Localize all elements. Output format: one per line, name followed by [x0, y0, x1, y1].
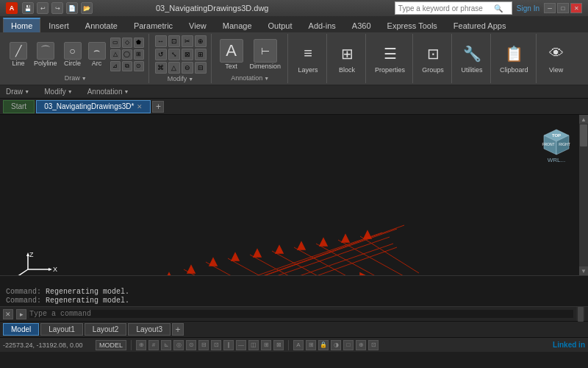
- draw-extra-9[interactable]: ⊙: [134, 61, 144, 71]
- isolate-icon[interactable]: ◑: [331, 340, 341, 350]
- tab-parametric[interactable]: Parametric: [126, 18, 181, 32]
- scroll-up-btn[interactable]: ▲: [579, 115, 588, 124]
- tab-insert[interactable]: Insert: [40, 18, 77, 32]
- modify-11[interactable]: ⊖: [182, 62, 193, 74]
- command-input[interactable]: [29, 310, 573, 318]
- draw-extra-5[interactable]: ◯: [122, 49, 132, 60]
- cmd-scrollbar[interactable]: [576, 307, 585, 321]
- doc-tab-close[interactable]: ✕: [137, 103, 143, 110]
- start-tab[interactable]: Start: [3, 100, 35, 113]
- modify-4[interactable]: ⊕: [195, 35, 207, 47]
- modify-group-label[interactable]: Modify ▼: [168, 75, 193, 82]
- qp-icon[interactable]: ⊞: [261, 340, 271, 350]
- search-input[interactable]: [398, 4, 494, 13]
- qa-new[interactable]: 📄: [66, 2, 78, 14]
- draw-circle-btn[interactable]: ○ Circle: [62, 40, 84, 68]
- tab-manage[interactable]: Manage: [215, 18, 260, 32]
- layout3-tab[interactable]: Layout3: [128, 323, 171, 336]
- lw-icon[interactable]: —: [236, 340, 246, 350]
- dyn-icon[interactable]: ∥: [223, 340, 234, 350]
- tab-featured[interactable]: Featured Apps: [445, 18, 514, 32]
- tab-annotate[interactable]: Annotate: [77, 18, 126, 32]
- document-tab[interactable]: 03_NavigatingDrawings3D* ✕: [36, 100, 151, 113]
- search-bar[interactable]: 🔍: [395, 1, 512, 15]
- block-btn[interactable]: ⊞ Block: [333, 35, 361, 80]
- modify-5[interactable]: ↺: [155, 49, 167, 60]
- tab-addins[interactable]: Add-ins: [301, 18, 344, 32]
- workspace-icon[interactable]: ⊞: [306, 340, 316, 350]
- viewcube[interactable]: TOP FRONT RIGHT WRL...: [537, 121, 576, 160]
- maximize-button[interactable]: □: [557, 3, 569, 13]
- draw-extra-2[interactable]: ◇: [122, 38, 132, 48]
- qa-redo[interactable]: ↪: [51, 2, 63, 14]
- utilities-btn[interactable]: 🔧 Utilities: [458, 35, 486, 80]
- tab-output[interactable]: Output: [260, 18, 301, 32]
- lock-icon[interactable]: 🔒: [318, 340, 329, 350]
- modify-9[interactable]: ⌘: [155, 62, 167, 74]
- draw-extra-1[interactable]: ▭: [110, 38, 121, 48]
- modify-1[interactable]: ↔: [155, 35, 167, 47]
- modify-12[interactable]: ⊟: [195, 62, 207, 74]
- draw-extra-6[interactable]: ⊞: [134, 49, 144, 60]
- ortho-icon[interactable]: ⊾: [161, 340, 171, 350]
- linkedin-logo[interactable]: Linked in: [553, 341, 585, 349]
- osnap-icon[interactable]: ⊙: [186, 340, 196, 350]
- new-layout-btn[interactable]: +: [172, 323, 184, 336]
- properties-btn[interactable]: ☰ Properties: [372, 35, 408, 80]
- snap-icon[interactable]: ⊕: [136, 340, 146, 350]
- text-btn[interactable]: A Text: [218, 38, 245, 71]
- new-tab-btn[interactable]: +: [152, 101, 164, 113]
- model-badge[interactable]: MODEL: [96, 340, 126, 350]
- viewport-vscrollbar[interactable]: ▲ ▼: [579, 115, 588, 275]
- layers-btn[interactable]: ≡ Layers: [294, 35, 322, 80]
- modify-2[interactable]: ⊡: [168, 35, 180, 47]
- tab-a360[interactable]: A360: [344, 18, 379, 32]
- tab-home[interactable]: Home: [3, 18, 40, 32]
- draw-extra-4[interactable]: △: [110, 49, 121, 60]
- scroll-down-btn[interactable]: ▼: [579, 266, 588, 275]
- annotation-mon-icon[interactable]: A: [293, 340, 304, 350]
- draw-arc-btn[interactable]: ⌢ Arc: [86, 40, 108, 68]
- draw-extra-3[interactable]: ⬟: [134, 38, 144, 48]
- draw-line-btn[interactable]: ╱ Line: [7, 40, 29, 68]
- layout2-tab[interactable]: Layout2: [85, 323, 127, 336]
- modify-3[interactable]: ✂: [182, 35, 193, 47]
- clean-screen-icon[interactable]: ⊡: [368, 340, 379, 350]
- tp-icon[interactable]: ◫: [248, 340, 259, 350]
- grid-icon[interactable]: #: [148, 340, 159, 350]
- perf-icon[interactable]: ⊕: [356, 340, 366, 350]
- draw-polyline-btn[interactable]: ⌒ Polyline: [32, 40, 60, 68]
- view-btn[interactable]: 👁 View: [542, 35, 570, 80]
- scroll-track[interactable]: [579, 124, 588, 266]
- sub-modify[interactable]: Modify ▼: [44, 88, 72, 96]
- sub-draw[interactable]: Draw ▼: [6, 88, 29, 96]
- sc-icon[interactable]: ⊠: [273, 340, 284, 350]
- annotation-group-label[interactable]: Annotation ▼: [231, 74, 269, 82]
- modify-8[interactable]: ⊞: [195, 49, 207, 60]
- clipboard-btn[interactable]: 📋 Clipboard: [497, 35, 531, 80]
- hardware-icon[interactable]: □: [343, 340, 354, 350]
- modify-6[interactable]: ⤡: [168, 49, 180, 60]
- layout1-tab[interactable]: Layout1: [40, 323, 83, 336]
- cmd-arrow-btn[interactable]: ▸: [16, 309, 26, 319]
- draw-group-label[interactable]: Draw ▼: [65, 74, 87, 82]
- close-button[interactable]: ✕: [570, 3, 582, 13]
- drawing-canvas[interactable]: Z X Y: [0, 115, 588, 275]
- cmd-close-btn[interactable]: ✕: [3, 309, 13, 319]
- tab-view[interactable]: View: [181, 18, 215, 32]
- dimension-btn[interactable]: ⊢ Dimension: [248, 38, 284, 71]
- qa-open[interactable]: 📂: [81, 2, 93, 14]
- minimize-button[interactable]: ─: [544, 3, 556, 13]
- polar-icon[interactable]: ◎: [173, 340, 184, 350]
- draw-extra-8[interactable]: ⧉: [122, 61, 132, 71]
- qa-save[interactable]: 💾: [22, 2, 34, 14]
- ducs-icon[interactable]: ⊡: [211, 340, 221, 350]
- draw-extra-7[interactable]: ⊿: [110, 61, 121, 71]
- otrack-icon[interactable]: ⊟: [198, 340, 209, 350]
- scroll-thumb[interactable]: [580, 124, 587, 146]
- modify-7[interactable]: ⊠: [182, 49, 193, 60]
- qa-undo[interactable]: ↩: [37, 2, 49, 14]
- tab-express[interactable]: Express Tools: [379, 18, 445, 32]
- model-tab[interactable]: Model: [3, 323, 39, 336]
- groups-btn[interactable]: ⊡ Groups: [419, 35, 447, 80]
